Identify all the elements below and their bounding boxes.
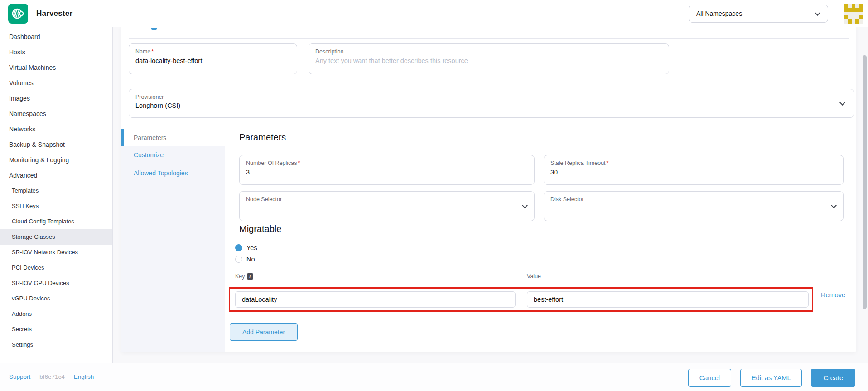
avatar-pixel [859,8,863,12]
sidebar-item-networks[interactable]: Networks [0,121,112,137]
tab-label: Allowed Topologies [134,169,188,177]
sidebar-item-advanced[interactable]: Advanced [0,168,112,183]
info-icon[interactable]: i [247,273,253,280]
name-input[interactable] [135,57,290,64]
avatar-pixel [844,15,848,19]
name-field-label: Name* [135,48,290,55]
divider [129,38,849,39]
sidebar-item-label: Images [9,95,30,102]
sidebar-item-pci-devices[interactable]: PCI Devices [0,260,112,275]
sidebar-item-label: PCI Devices [12,264,44,271]
avatar-pixel [848,15,852,19]
sidebar-item-label: vGPU Devices [12,295,50,302]
avatar-pixel [855,12,859,16]
sidebar-item-secrets[interactable]: Secrets [0,322,112,337]
footer-bar: Support bf6e71c4 English Cancel Edit as … [0,363,868,391]
key-label-text: Key [235,273,245,280]
name-field: Name* [129,43,297,74]
number-of-replicas-input[interactable] [246,169,528,176]
avatar-pixel [859,19,863,24]
sidebar-item-vgpu-devices[interactable]: vGPU Devices [0,291,112,306]
support-link[interactable]: Support [9,373,30,380]
sidebar-item-label: Networks [9,126,35,133]
create-button[interactable]: Create [811,369,855,387]
sidebar-item-sriov-gpu-devices[interactable]: SR-IOV GPU Devices [0,275,112,291]
remove-parameter-link[interactable]: Remove [821,291,845,299]
description-field-label: Description [315,48,662,55]
sidebar-item-namespaces[interactable]: Namespaces [0,106,112,121]
sidebar-item-templates[interactable]: Templates [0,183,112,198]
description-field: Description [309,43,669,74]
sidebar-item-storage-classes[interactable]: Storage Classes [0,229,112,245]
sidebar-item-label: Cloud Config Templates [12,218,74,225]
language-link[interactable]: English [74,373,94,380]
key-column-label: Key i [235,273,253,280]
form-tab-list: Parameters Customize Allowed Topologies [121,129,225,352]
migratable-radio-yes[interactable]: Yes [235,244,257,252]
migratable-heading: Migratable [239,224,281,234]
cancel-button[interactable]: Cancel [688,369,731,387]
sidebar-item-cloud-config-templates[interactable]: Cloud Config Templates [0,214,112,229]
vertical-scrollbar[interactable] [863,55,867,309]
chevron-down-icon [522,203,528,208]
radio-selected-icon [235,244,242,251]
parameter-value-input[interactable] [527,291,809,308]
avatar-pixel [859,12,863,16]
scrolled-title-fragment [151,28,157,30]
sidebar-item-label: Dashboard [9,33,40,40]
sidebar-item-ssh-keys[interactable]: SSH Keys [0,198,112,214]
disk-selector-select[interactable]: Disk Selector [544,191,844,221]
stale-replica-timeout-input[interactable] [550,169,837,176]
value-column-label: Value [527,273,541,280]
namespace-selector[interactable]: All Namespaces [689,5,828,23]
avatar-pixel [855,19,859,24]
sidebar-item-sriov-network-devices[interactable]: SR-IOV Network Devices [0,245,112,260]
provisioner-select[interactable]: Provisioner Longhorn (CSI) [129,89,854,118]
stale-replica-timeout-field: Stale Replica Timeout* [544,155,844,185]
avatar-pixel [859,15,863,19]
chevron-down-icon [831,203,837,208]
avatar-pixel [848,19,852,24]
number-of-replicas-field: Number Of Replicas* [239,155,535,185]
sidebar-item-images[interactable]: Images [0,91,112,106]
sidebar-item-label: Backup & Snapshot [9,141,65,148]
provisioner-label: Provisioner [135,94,847,100]
required-asterisk: * [298,160,300,166]
top-bar: Harvester All Namespaces [0,0,868,27]
divider [113,363,868,363]
sidebar-item-monitoring-logging[interactable]: Monitoring & Logging [0,152,112,168]
chevron-down-icon [815,10,820,16]
user-avatar[interactable] [844,4,863,24]
sidebar-item-volumes[interactable]: Volumes [0,75,112,91]
sidebar-item-label: SSH Keys [12,203,39,209]
sidebar-item-dashboard[interactable]: Dashboard [0,29,112,44]
avatar-pixel [844,12,848,16]
storage-class-form-card: Name* Description Provisioner Longhorn (… [121,27,856,352]
avatar-pixel [859,4,863,8]
harvester-logo-icon[interactable] [8,4,28,24]
stale-replica-timeout-label: Stale Replica Timeout* [550,160,837,166]
sidebar-item-addons[interactable]: Addons [0,306,112,322]
description-input[interactable] [315,57,662,64]
parameter-key-input[interactable] [235,291,516,308]
migratable-radio-no[interactable]: No [235,255,255,263]
add-parameter-button[interactable]: Add Parameter [230,323,298,341]
node-selector-label: Node Selector [246,196,528,203]
sidebar-item-virtual-machines[interactable]: Virtual Machines [0,60,112,75]
sidebar-item-backup-snapshot[interactable]: Backup & Snapshot [0,137,112,152]
avatar-pixel [844,19,848,24]
disk-selector-label: Disk Selector [550,196,837,203]
sidebar-item-hosts[interactable]: Hosts [0,44,112,60]
avatar-pixel [848,12,852,16]
edit-as-yaml-button[interactable]: Edit as YAML [740,369,802,387]
sidebar-item-settings[interactable]: Settings [0,337,112,352]
tab-customize[interactable]: Customize [121,146,225,164]
avatar-pixel [852,8,856,12]
avatar-pixel [855,15,859,19]
sidebar-item-label: Settings [12,341,33,348]
tab-parameters[interactable]: Parameters [121,129,225,146]
node-selector-select[interactable]: Node Selector [239,191,535,221]
avatar-pixel [848,8,852,12]
required-asterisk: * [151,48,154,55]
tab-allowed-topologies[interactable]: Allowed Topologies [121,164,225,182]
